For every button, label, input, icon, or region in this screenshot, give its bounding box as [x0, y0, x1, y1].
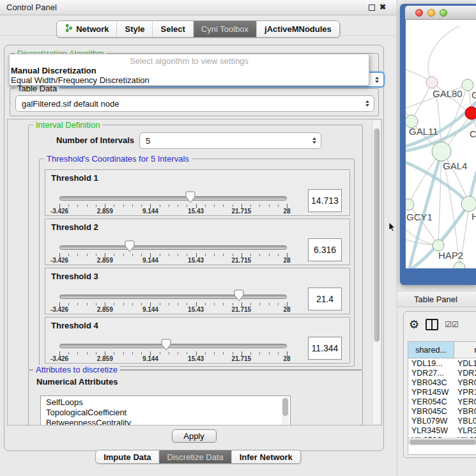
tick-label: -3.426	[50, 208, 68, 215]
attribute-list-item[interactable]: SelfLoops	[46, 397, 290, 408]
table-cell-shared-name[interactable]: YDL19...	[411, 359, 443, 369]
threshold-value-field[interactable]: 6.316	[308, 238, 342, 261]
algorithm-option[interactable]: Equal Width/Frequency Discretization	[11, 75, 150, 85]
node-table: shared... name YDL19...YDL19...YDR27...Y…	[408, 341, 476, 455]
columns-icon[interactable]	[426, 319, 438, 330]
settings-vertical-scrollbar[interactable]	[372, 121, 380, 424]
table-cell-name[interactable]: YBR043C	[457, 378, 476, 388]
select-columns-checkboxes-icon[interactable]: ☑☑	[445, 320, 459, 329]
tick-mark	[160, 254, 160, 256]
table-cell-name[interactable]: YBR045C	[457, 407, 476, 417]
tick-mark	[223, 254, 224, 256]
table-horizontal-scrollbar[interactable]	[408, 438, 476, 445]
network-node[interactable]	[406, 199, 414, 210]
tab-cyni-toolbox[interactable]: Cyni Toolbox	[194, 21, 257, 37]
network-node-label: C	[470, 128, 476, 139]
threshold-slider-thumb[interactable]	[185, 191, 196, 203]
table-cell-shared-name[interactable]: YBL079W	[411, 417, 447, 426]
tick-mark	[169, 204, 169, 207]
column-header-shared-name[interactable]: shared...	[408, 342, 454, 358]
table-row[interactable]: YBL079WYBL079W	[408, 417, 476, 426]
numerical-attributes-list[interactable]: SelfLoopsTopologicalCoefficientBetweenne…	[40, 395, 291, 426]
table-cell-shared-name[interactable]: YER054C	[411, 397, 447, 407]
threshold-slider-thumb[interactable]	[161, 339, 171, 351]
network-node[interactable]	[432, 142, 451, 161]
table-row[interactable]: YDR27...YDR27...	[408, 369, 476, 378]
attributes-list-scrollbar[interactable]	[282, 397, 289, 425]
numerical-attributes-label: Numerical Attributes	[36, 377, 118, 387]
scrollbar-thumb[interactable]	[410, 440, 476, 445]
zoom-traffic-light[interactable]	[440, 9, 447, 17]
network-node-selected[interactable]	[465, 107, 476, 119]
threshold-slider-track[interactable]	[59, 245, 287, 250]
tick-mark	[223, 303, 224, 305]
close-icon[interactable]: ✖	[380, 3, 386, 12]
table-row[interactable]: YBR043CYBR043C	[408, 378, 476, 388]
tick-mark	[87, 352, 88, 355]
tab-network[interactable]: Network	[57, 21, 117, 37]
algorithm-option[interactable]: Manual Discretization	[11, 66, 96, 75]
network-view-window[interactable]: GAL80GGAL11CGAL4GCY1HHAP2	[400, 4, 476, 285]
close-traffic-light[interactable]	[415, 9, 423, 17]
threshold-slider-track[interactable]	[59, 295, 287, 299]
tick-label: 9.144	[142, 257, 158, 264]
threshold-value-field[interactable]: 21.4	[308, 288, 342, 311]
table-row[interactable]: YDL19...YDL19...	[408, 359, 476, 369]
attribute-list-item[interactable]: TopologicalCoefficient	[46, 408, 290, 418]
table-cell-name[interactable]: YDR27...	[457, 369, 476, 378]
network-window-titlebar[interactable]	[405, 6, 476, 20]
gear-icon[interactable]: ⚙	[409, 318, 419, 331]
tab-discretize-data[interactable]: Discretize Data	[160, 450, 232, 463]
table-cell-name[interactable]: YPR145W	[457, 388, 476, 397]
tab-style[interactable]: Style	[117, 21, 153, 37]
threshold-slider-thumb[interactable]	[125, 240, 135, 252]
minimize-traffic-light[interactable]	[427, 9, 435, 17]
threshold-slider-track[interactable]	[59, 196, 287, 201]
float-window-icon[interactable]	[369, 4, 375, 11]
table-cell-shared-name[interactable]: YBR043C	[411, 378, 447, 388]
column-header-name[interactable]: name	[454, 342, 476, 358]
table-row[interactable]: YLR345WYLR345W	[408, 426, 476, 436]
network-icon	[65, 24, 73, 35]
threshold-slider-thumb[interactable]	[234, 289, 244, 302]
network-node[interactable]	[426, 77, 438, 88]
tick-mark	[259, 204, 260, 207]
threshold-value-field[interactable]: 11.344	[308, 337, 342, 360]
attribute-list-item[interactable]: BetweennessCentrality	[46, 418, 290, 426]
table-cell-shared-name[interactable]: YDR27...	[411, 369, 444, 378]
tab-jactivemnodules[interactable]: jActiveMNodules	[257, 21, 339, 37]
tick-mark	[141, 254, 142, 256]
table-data-combobox[interactable]: galFiltered.sif default node	[15, 95, 374, 112]
threshold-box: Threshold 3-3.4262.8599.14415.4321.71528…	[45, 268, 350, 314]
tab-infer-network[interactable]: Infer Network	[232, 450, 300, 463]
table-cell-name[interactable]: YDL19...	[457, 359, 476, 369]
tab-select[interactable]: Select	[153, 21, 194, 37]
table-cell-name[interactable]: YLR345W	[457, 426, 476, 436]
table-cell-shared-name[interactable]: YLR345W	[411, 426, 448, 436]
tick-mark	[178, 254, 178, 256]
tick-label: 15.43	[188, 355, 204, 362]
table-cell-name[interactable]: YBL079W	[457, 417, 476, 426]
network-edge	[428, 26, 460, 82]
tab-impute-data[interactable]: Impute Data	[96, 450, 159, 463]
tick-mark	[123, 303, 124, 305]
network-canvas[interactable]: GAL80GGAL11CGAL4GCY1HHAP2	[406, 20, 476, 268]
network-node[interactable]	[461, 196, 476, 211]
network-node[interactable]	[454, 262, 465, 268]
table-row[interactable]: YPR145WYPR145W	[408, 388, 476, 397]
scrollbar-thumb[interactable]	[374, 128, 380, 342]
apply-button[interactable]: Apply	[172, 429, 217, 443]
table-cell-shared-name[interactable]: YPR145W	[411, 388, 449, 397]
threshold-slider-track[interactable]	[59, 344, 287, 348]
threshold-value-field[interactable]: 14.713	[308, 189, 342, 212]
tick-mark	[214, 254, 215, 256]
tick-label: 28	[283, 208, 290, 215]
number-of-intervals-combobox[interactable]: 5	[139, 132, 321, 149]
table-cell-shared-name[interactable]: YBR045C	[411, 407, 447, 417]
tick-label: 28	[283, 355, 290, 362]
table-cell-name[interactable]: YER054C	[457, 397, 476, 407]
table-row[interactable]: YER054CYER054C	[408, 397, 476, 407]
table-row[interactable]: YBR045CYBR045C	[408, 407, 476, 417]
attributes-group: Attributes to discretize Numerical Attri…	[28, 369, 363, 426]
tick-mark	[77, 204, 78, 207]
